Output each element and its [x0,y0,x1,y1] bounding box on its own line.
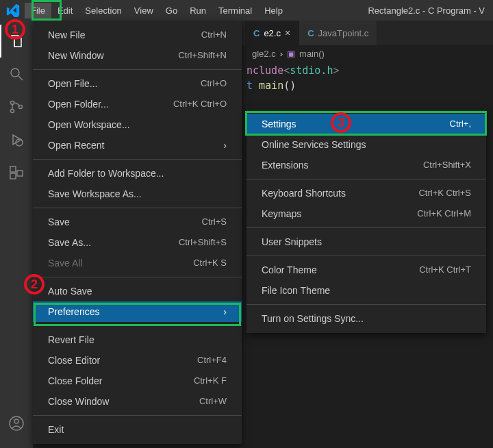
breadcrumb-symbol[interactable]: main() [299,49,325,59]
file-menu-separator [33,277,242,277]
pref-menu-item[interactable]: File Icon Theme [246,280,486,301]
preferences-submenu: SettingsCtrl+,Online Services SettingsEx… [246,110,486,333]
tab-javatpoint[interactable]: C JavaTpoint.c [299,21,377,45]
pref-menu-item[interactable]: KeymapsCtrl+K Ctrl+M [246,203,486,224]
file-menu: New FileCtrl+NNew WindowCtrl+Shift+NOpen… [33,21,242,444]
code-token: > [333,64,339,77]
file-menu-item[interactable]: Revert File [33,329,242,350]
file-menu-separator [33,159,242,160]
c-file-icon: C [253,28,260,38]
file-menu-item[interactable]: SaveCtrl+S [33,212,242,232]
window-title: Rectangle2.c - C Program - V [368,5,489,16]
extensions-icon[interactable] [0,156,33,189]
pref-menu-item[interactable]: Keyboard ShortcutsCtrl+K Ctrl+S [246,183,486,203]
code-token: stdio.h [290,64,333,77]
file-menu-item: Save AllCtrl+K S [33,253,242,273]
file-menu-item[interactable]: New WindowCtrl+Shift+N [33,45,242,66]
menu-run[interactable]: Run [184,3,212,18]
pref-menu-separator [246,227,486,228]
pref-menu-item[interactable]: SettingsCtrl+, [246,114,486,134]
vscode-logo-icon [4,1,22,19]
menu-item-shortcut: Ctrl+Shift+S [179,236,227,249]
menu-item-label: New File [48,28,85,42]
menu-selection[interactable]: Selection [79,3,127,18]
cube-icon: ▣ [287,49,295,59]
menu-item-label: Extensions [262,158,308,172]
source-control-icon[interactable] [0,90,33,123]
code-token: () [283,79,296,92]
file-menu-item[interactable]: Open Folder...Ctrl+K Ctrl+O [33,94,242,114]
svg-point-2 [11,101,14,105]
pref-menu-item[interactable]: User Snippets [246,232,486,252]
pref-menu-item[interactable]: Online Services Settings [246,134,486,155]
menu-item-label: Preferences [48,305,99,319]
file-menu-item[interactable]: Close EditorCtrl+F4 [33,350,242,371]
file-menu-item[interactable]: Open File...Ctrl+O [33,73,242,94]
menu-item-label: User Snippets [262,235,322,249]
code-token: main [259,79,283,92]
menu-item-shortcut: Ctrl+W [199,395,227,408]
menu-item-shortcut: Ctrl+K Ctrl+T [419,263,471,277]
menu-item-label: Color Theme [262,263,317,277]
pref-menu-item[interactable]: ExtensionsCtrl+Shift+X [246,155,486,175]
file-menu-item[interactable]: Auto Save [33,281,242,301]
menu-item-label: Settings [262,117,296,131]
menu-item-shortcut: Ctrl+Shift+X [423,158,471,172]
file-menu-item[interactable]: Save Workspace As... [33,184,242,204]
svg-point-11 [14,419,18,423]
menu-item-label: Add Folder to Workspace... [48,166,164,180]
tab-label: e2.c [264,28,281,38]
menu-view[interactable]: View [128,3,160,18]
pref-menu-separator [246,179,486,179]
menu-item-shortcut: Ctrl+K Ctrl+O [173,97,227,111]
svg-line-1 [18,76,23,80]
menu-help[interactable]: Help [258,3,289,18]
menu-item-label: Open Workspace... [48,118,130,132]
c-file-icon: C [307,28,314,38]
chevron-right-icon: › [280,49,283,59]
file-menu-item[interactable]: Open Recent› [33,135,242,155]
code-token: t [246,79,253,92]
close-icon[interactable]: × [285,27,290,38]
file-menu-item[interactable]: Exit [33,419,242,440]
menu-item-label: New Window [48,49,104,62]
file-menu-item[interactable]: Open Workspace... [33,114,242,135]
menu-edit[interactable]: Edit [51,3,79,18]
run-debug-icon[interactable] [0,123,33,156]
tab-rectangle2[interactable]: C e2.c × [245,21,299,45]
menu-item-label: File Icon Theme [262,284,330,297]
activity-bar [0,21,33,448]
file-menu-item[interactable]: Close WindowCtrl+W [33,391,242,412]
menu-terminal[interactable]: Terminal [212,3,258,18]
file-menu-item[interactable]: Add Folder to Workspace... [33,163,242,184]
file-menu-item[interactable]: Save As...Ctrl+Shift+S [33,232,242,253]
menu-item-shortcut: Ctrl+K S [193,256,227,270]
file-menu-item[interactable]: Close FolderCtrl+K F [33,371,242,391]
file-menu-separator [33,208,242,208]
file-menu-item[interactable]: Preferences› [33,301,242,322]
menu-item-label: Open Folder... [48,97,109,111]
menu-item-label: Save All [48,256,83,270]
annotation-3: 3 [331,112,351,133]
search-icon[interactable] [0,58,33,90]
menu-item-label: Open Recent [48,138,105,152]
pref-menu-item[interactable]: Color ThemeCtrl+K Ctrl+T [246,260,486,280]
file-menu-separator [33,325,242,326]
pref-menu-item[interactable]: Turn on Settings Sync... [246,308,486,329]
code-token: < [283,64,290,77]
breadcrumb-file[interactable]: gle2.c [252,49,276,59]
menu-item-label: Save [48,215,70,229]
menu-item-shortcut: Ctrl+, [450,117,471,131]
menu-item-shortcut: Ctrl+S [202,215,227,229]
menu-go[interactable]: Go [160,3,184,18]
file-menu-separator [33,415,242,416]
pref-menu-separator [246,256,486,256]
annotation-2: 2 [24,274,45,295]
file-menu-item[interactable]: New FileCtrl+N [33,25,242,45]
menu-item-label: Close Window [48,395,109,408]
accounts-icon[interactable] [0,407,33,440]
svg-rect-8 [10,173,16,179]
menu-item-label: Save Workspace As... [48,187,142,201]
menu-file[interactable]: File [25,3,51,18]
menu-item-label: Close Editor [48,353,100,367]
